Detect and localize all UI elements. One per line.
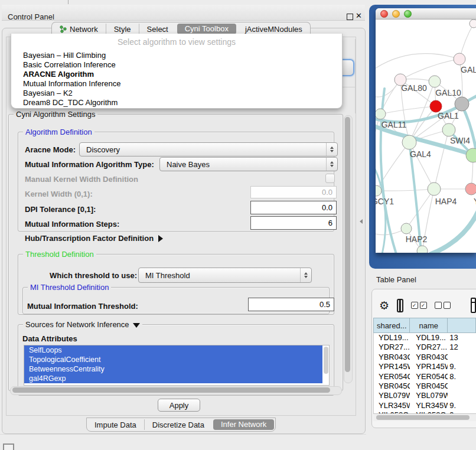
mac-close-icon[interactable]: [380, 10, 388, 18]
tab-cyni-toolbox[interactable]: Cyni Toolbox: [177, 24, 236, 34]
attribute-list-item[interactable]: gal4RGexp: [24, 374, 322, 383]
table-row[interactable]: YBR045CYBR045C: [374, 381, 476, 391]
network-node-gal10[interactable]: [429, 76, 441, 87]
list-scrollbar[interactable]: [324, 347, 328, 374]
apply-button[interactable]: Apply: [158, 399, 200, 412]
scrollbar-thumb[interactable]: [376, 415, 470, 420]
attribute-list-item[interactable]: BetweennessCentrality: [24, 364, 322, 374]
mi-algorithm-type-select[interactable]: Naive Bayes: [159, 157, 338, 171]
algorithm-option[interactable]: Mutual Information Inference: [13, 79, 340, 89]
mi-threshold-input[interactable]: [248, 298, 334, 311]
attribute-list-item[interactable]: TopologicalCoefficient: [24, 355, 322, 364]
tab-label: Cyni Toolbox: [185, 24, 229, 34]
select-all-checkboxes-icon[interactable]: ✓✓: [411, 302, 427, 309]
close-icon[interactable]: ✕: [356, 11, 362, 20]
algorithm-option[interactable]: ARACNE Algorithm: [13, 70, 340, 79]
combo-stepper-icon: [300, 268, 311, 282]
kernel-width-input[interactable]: [250, 186, 337, 198]
tab-select[interactable]: Select: [139, 24, 176, 34]
network-node-label: GAL11: [382, 120, 407, 129]
manual-kernel-width-checkbox[interactable]: [325, 174, 335, 183]
bottom-tab-infer-network[interactable]: Infer Network: [213, 419, 274, 430]
deselect-all-checkboxes-icon[interactable]: [435, 302, 451, 309]
network-node-hap4[interactable]: [428, 182, 441, 195]
network-node-gal1[interactable]: [430, 100, 442, 112]
mi-steps-input[interactable]: [250, 216, 337, 230]
table-row[interactable]: YER054CYER054C8.: [374, 372, 476, 381]
float-window-icon[interactable]: [347, 14, 353, 20]
settings-horizontal-scrollbar[interactable]: [10, 386, 342, 395]
columns-icon[interactable]: [397, 299, 403, 312]
table-cell: YDL19...: [410, 333, 448, 343]
table-row[interactable]: YLR345WYLR345W9.: [374, 401, 476, 410]
scrollbar-thumb[interactable]: [12, 387, 330, 393]
network-node[interactable]: [455, 97, 469, 111]
tab-style[interactable]: Style: [106, 24, 139, 34]
table-row[interactable]: YPR145WYPR145W9.: [374, 362, 476, 371]
table-cell: [448, 381, 476, 391]
aracne-mode-select[interactable]: Discovery: [79, 142, 338, 156]
unchecked-box-icon: [444, 302, 451, 309]
table-row[interactable]: YBL079WYBL079W: [374, 391, 476, 400]
export-table-icon[interactable]: [471, 298, 476, 313]
panel-bottom-shadow: [0, 434, 366, 435]
network-edge: [376, 54, 459, 71]
table-column-header[interactable]: shared...: [373, 318, 409, 333]
minimized-panel-icon[interactable]: [3, 444, 14, 450]
tab-network[interactable]: Network: [52, 24, 106, 34]
data-attributes-list[interactable]: SelfLoopsTopologicalCoefficientBetweenne…: [24, 345, 330, 386]
table-horizontal-scrollbar[interactable]: [373, 413, 476, 421]
hub-definition-expander[interactable]: Hub/Transcription Factor Definition: [25, 234, 163, 243]
dpi-tolerance-input[interactable]: [250, 201, 337, 214]
algorithm-option[interactable]: Bayesian – Hill Climbing: [13, 51, 340, 60]
algorithm-option[interactable]: Bayesian – K2: [13, 89, 340, 98]
table-cell: YBR043C: [374, 353, 410, 362]
network-edge: [380, 106, 436, 114]
table-cell: YBR045C: [410, 381, 448, 391]
table-row[interactable]: YDL19...YDL19...13: [374, 333, 476, 343]
data-attributes-label: Data Attributes: [22, 334, 77, 343]
network-node[interactable]: [470, 19, 476, 28]
sources-group-title[interactable]: Sources for Network Inference: [23, 320, 142, 329]
node-table: shared...name YDL19...YDL19...13YDR27...…: [373, 318, 476, 413]
attribute-list-item[interactable]: SelfLoops: [24, 345, 322, 355]
bottom-tab-discretize-data[interactable]: Discretize Data: [144, 419, 212, 430]
bottom-tab-impute-data[interactable]: Impute Data: [87, 419, 144, 430]
mi-threshold-group-title: MI Threshold Definition: [28, 283, 111, 292]
table-panel-title: Table Panel: [376, 275, 416, 284]
network-canvas[interactable]: GALGAL80GAL10GAL1GAL11SWI4GAL4GCY1HAP4YH…: [376, 19, 476, 253]
table-row[interactable]: YDR27...YDR27...12: [374, 343, 476, 352]
network-node-swi4[interactable]: [442, 123, 455, 136]
kernel-width-label: Kernel Width (0,1):: [25, 190, 93, 198]
table-column-header[interactable]: [447, 318, 476, 333]
table-row[interactable]: YBR043CYBR043C: [374, 353, 476, 362]
control-panel-titlebar: Control Panel ✕: [2, 5, 365, 21]
network-node-label: HAP4: [435, 197, 457, 206]
table-header-row: shared...name: [373, 318, 476, 333]
network-node-gal[interactable]: [454, 53, 465, 65]
network-node-hap2[interactable]: [401, 223, 412, 234]
scrollbar-thumb[interactable]: [345, 117, 350, 372]
bottom-tab-label: Infer Network: [221, 419, 266, 430]
tab-jactivemnodules[interactable]: jActiveMNodules: [237, 24, 310, 34]
algorithm-option[interactable]: Basic Correlation Inference: [13, 60, 340, 70]
network-node-label: GAL80: [401, 83, 427, 93]
algorithm-option[interactable]: Dream8 DC_TDC Algorithm: [13, 98, 340, 107]
table-column-header[interactable]: name: [409, 318, 447, 333]
aracne-mode-value: Discovery: [80, 145, 326, 154]
network-window-titlebar[interactable]: [376, 8, 476, 19]
manual-kernel-width-label: Manual Kernel Width Definition: [25, 175, 138, 184]
network-node-label: GAL10: [435, 88, 461, 97]
mac-zoom-icon[interactable]: [404, 10, 412, 18]
network-node-y[interactable]: [465, 183, 476, 195]
network-node-gal4[interactable]: [402, 135, 416, 149]
splitter-collapse-icon[interactable]: [360, 219, 363, 224]
network-node-gal11[interactable]: [376, 109, 386, 119]
mac-minimize-icon[interactable]: [392, 10, 400, 18]
table-cell: YPR145W: [410, 362, 448, 371]
which-threshold-select[interactable]: MI Threshold: [138, 268, 312, 283]
gear-icon[interactable]: ⚙: [379, 300, 389, 311]
settings-vertical-scrollbar[interactable]: [344, 115, 353, 383]
table-cell: YBL079W: [410, 391, 448, 400]
network-node-label: GAL1: [438, 111, 459, 120]
